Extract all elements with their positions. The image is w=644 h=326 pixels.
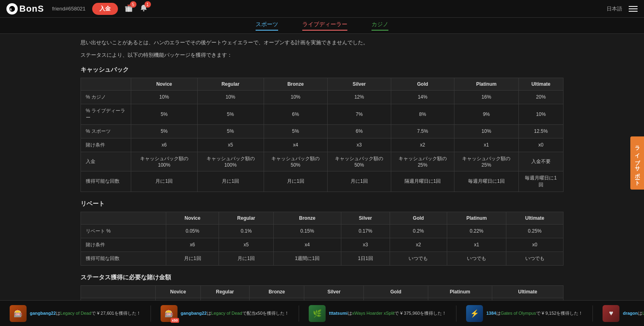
multiplier-badge: x50	[171, 318, 179, 323]
wager-title: ステータス獲得に必要な賭け金額	[80, 274, 564, 281]
notification-item: 🎰gangbang22はLegacy of Deadで ¥ 27,601を獲得し…	[0, 305, 151, 322]
game-thumbnail: 🌿	[309, 305, 326, 322]
notification-item: ♥dragonはLive Baccaratで ¥ 80,000を獲得した！	[593, 305, 644, 322]
language-button[interactable]: 日本語	[607, 5, 622, 12]
cashback-header-6: Platinum	[454, 78, 519, 90]
table-row: % スポーツ5%5%5%6%7.5%10%12.5%	[81, 124, 564, 138]
tab-sports[interactable]: スポーツ	[256, 21, 278, 31]
cashback-header-2: Regular	[197, 78, 264, 90]
tab-live[interactable]: ライブディーラー	[302, 21, 347, 31]
game-thumbnail: ♥	[603, 305, 619, 322]
rebate-table: Novice Regular Bronze Silver Gold Platin…	[80, 212, 564, 266]
header-icons: 5 1	[124, 4, 607, 14]
cashback-table: Novice Regular Bronze Silver Gold Platin…	[80, 78, 564, 192]
notification-text: gangbang22はLegacy of Deadで配当x50を獲得した！	[181, 310, 289, 316]
wager-header-1: Novice	[156, 285, 201, 298]
header-right: 日本語	[607, 5, 638, 12]
wager-header-2: Regular	[200, 285, 249, 298]
rebate-header-3: Bronze	[273, 212, 341, 224]
bell-icon-wrapper[interactable]: 1	[140, 4, 148, 14]
main-content: 思い出せないことがあるとは、ハンのエラーでその後ゲートウェイエラーで、オープンす…	[0, 34, 644, 326]
table-row: 入金キャッシュバック額の100%キャッシュバック額の100%キャッシュバック額の…	[81, 152, 564, 171]
info-text: 思い出せないことがあるとは、ハンのエラーでその後ゲートウェイエラーで、オープンす…	[80, 39, 564, 47]
cashback-header-5: Gold	[391, 78, 454, 90]
gift-icon-wrapper[interactable]: 5	[124, 4, 133, 14]
cashback-header-3: Bronze	[264, 78, 328, 90]
svg-text:B: B	[10, 7, 12, 11]
table-row: 賭け条件x6x5x4x3x2x1x0	[81, 238, 564, 252]
menu-button[interactable]	[629, 6, 638, 12]
notification-item: 🎰x50gangbang22はLegacy of Deadで配当x50を獲得した…	[151, 305, 299, 322]
wager-header-6: Platinum	[428, 285, 492, 298]
rebate-header-6: Platinum	[447, 212, 506, 224]
table-row: 賭け条件x6x5x4x3x2x1x0	[81, 138, 564, 152]
table-row: % カジノ10%10%10%12%14%16%20%	[81, 90, 564, 104]
cashback-header-4: Silver	[328, 78, 391, 90]
cashback-header-7: Ultimate	[518, 78, 563, 90]
rebate-header-4: Silver	[341, 212, 390, 224]
wager-header-3: Bronze	[250, 285, 304, 298]
bottom-bar: 🎰gangbang22はLegacy of Deadで ¥ 27,601を獲得し…	[0, 300, 644, 326]
rebate-header-2: Regular	[219, 212, 273, 224]
notification-item: 🌿tttatsumiはxWays Hoarder xSplitで ¥ 375,9…	[299, 305, 456, 322]
rebate-header-1: Novice	[166, 212, 219, 224]
nav-tabs: スポーツ ライブディーラー カジノ	[0, 18, 644, 34]
bell-badge: 1	[144, 1, 151, 8]
rebate-title: リベート	[80, 200, 564, 208]
table-row: 獲得可能な回数月に1回月に1回月に1回月に1回隔週月曜日に1回毎週月曜日に1回毎…	[81, 171, 564, 192]
wager-header-5: Gold	[364, 285, 428, 298]
wager-header-4: Silver	[304, 285, 364, 298]
rebate-header-7: Ultimate	[506, 212, 564, 224]
cashback-header-1: Novice	[131, 78, 197, 90]
table-row: % ライブディーラー5%5%6%7%8%9%10%	[81, 104, 564, 124]
logo: B BonS	[6, 3, 44, 14]
svg-point-5	[143, 10, 144, 11]
table-row: 獲得可能な回数月に1回月に1回1週間に1回1日1回いつでもいつでもいつでも	[81, 252, 564, 265]
rebate-header-0	[81, 212, 166, 224]
cashback-title: キャッシュバック	[80, 66, 564, 74]
gift-badge: 5	[130, 1, 136, 8]
notification-text: dragonはLive Baccaratで ¥ 80,000を獲得した！	[623, 310, 644, 316]
cashback-header-0	[81, 78, 131, 90]
wager-header-0	[81, 285, 156, 298]
notification-text: gangbang22はLegacy of Deadで ¥ 27,601を獲得した…	[30, 310, 141, 316]
friend-id[interactable]: friend#658021	[52, 6, 85, 12]
deposit-button[interactable]: 入金	[92, 3, 118, 15]
notification-item: ⚡1384はGates of Olympusで ¥ 9,152を獲得した！	[456, 305, 592, 322]
tab-casino[interactable]: カジノ	[372, 21, 388, 31]
game-thumbnail: 🎰	[10, 305, 27, 322]
notification-text: tttatsumiはxWays Hoarder xSplitで ¥ 375,96…	[329, 310, 446, 316]
live-support-button[interactable]: ライブサポート	[630, 136, 644, 190]
rebate-header-5: Gold	[390, 212, 447, 224]
notification-text: 1384はGates of Olympusで ¥ 9,152を獲得した！	[486, 310, 583, 316]
game-thumbnail: ⚡	[466, 305, 483, 322]
wager-header-7: Ultimate	[492, 285, 564, 298]
status-text: ステータスにより、以下の特別機能パッケージを獲得できます：	[80, 51, 564, 60]
logo-icon: B	[6, 3, 18, 14]
header: B BonS friend#658021 入金 5 1 日本語	[0, 0, 644, 18]
table-row: リベート %0.05%0.1%0.15%0.17%0.2%0.22%0.25%	[81, 224, 564, 238]
